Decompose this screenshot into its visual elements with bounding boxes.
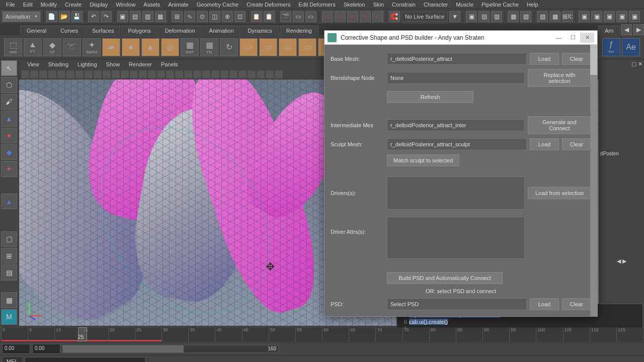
- snap-view-icon[interactable]: ⊡: [234, 11, 246, 22]
- driver-attrs-listbox[interactable]: [387, 217, 525, 259]
- vp-i23-icon[interactable]: [275, 70, 283, 78]
- menu-edit-deformers[interactable]: Edit Deformers: [294, 1, 339, 9]
- vp-i22-icon[interactable]: [266, 70, 274, 78]
- select-icon[interactable]: ▣: [117, 11, 128, 22]
- history-off-icon[interactable]: 📋: [264, 11, 275, 22]
- vp-i3-icon[interactable]: [94, 70, 102, 78]
- last-tool[interactable]: ▲: [1, 194, 17, 209]
- menu-modify[interactable]: Modify: [37, 1, 61, 9]
- move-tool[interactable]: ▲: [1, 111, 17, 126]
- render-region-icon[interactable]: ▭: [293, 11, 304, 22]
- load-from-selection-button[interactable]: Load from selection: [528, 187, 591, 199]
- shelf-loop-icon[interactable]: ↻: [220, 38, 238, 56]
- ipr-icon[interactable]: ▭: [305, 11, 316, 22]
- menu-help[interactable]: Help: [523, 1, 542, 9]
- grid-icon[interactable]: ⊞X:: [562, 11, 573, 22]
- menu-skin[interactable]: Skin: [369, 1, 387, 9]
- shelf-hist-icon[interactable]: ⬚Hist: [4, 38, 22, 56]
- layout-four-icon[interactable]: ⊞: [1, 248, 17, 263]
- vp-i2-icon[interactable]: [85, 70, 93, 78]
- layout2-icon[interactable]: ▤: [478, 11, 490, 22]
- panel2-icon[interactable]: ▣: [591, 11, 602, 22]
- build-psd-button[interactable]: Build PSD and Automatically Connect: [387, 272, 503, 284]
- generate-connect-button[interactable]: Generate and Connect: [528, 116, 591, 134]
- menu-pipeline-cache[interactable]: Pipeline Cache: [477, 1, 523, 9]
- vp-i21-icon[interactable]: [257, 70, 265, 78]
- maximize-icon[interactable]: ☐: [566, 33, 580, 43]
- save-scene-icon[interactable]: 💾: [71, 11, 83, 22]
- shelf-tab-dynamics[interactable]: Dynamics: [242, 26, 279, 35]
- vp-i4-icon[interactable]: [103, 70, 111, 78]
- shelf-extrude-icon[interactable]: ▭: [239, 38, 258, 56]
- shelf-cp-icon[interactable]: ◆CP: [43, 38, 61, 56]
- live-surface-dropdown[interactable]: No Live Surface: [401, 12, 448, 22]
- shelf-left-icon[interactable]: ◀: [621, 24, 632, 35]
- shelf-fnc-icon[interactable]: ƒfnc: [602, 38, 620, 56]
- shelf-tab-surfaces[interactable]: Surfaces: [86, 26, 120, 35]
- snap-grid-icon[interactable]: ⊞: [172, 11, 183, 22]
- magnet-big-icon[interactable]: 🧲: [389, 11, 400, 22]
- vp-menu-shading[interactable]: Shading: [44, 60, 72, 68]
- intermediate-input[interactable]: r_deltoidPosterior_attract_inter: [387, 119, 525, 131]
- vp-res-icon[interactable]: [48, 70, 56, 78]
- mode-dropdown[interactable]: Animation: [2, 11, 41, 22]
- panel-close-icon[interactable]: ✕: [638, 61, 642, 67]
- menu-assets[interactable]: Assets: [139, 1, 164, 9]
- shelf-extrude4-icon[interactable]: ▭: [298, 38, 316, 56]
- psd-clear-button[interactable]: Clear: [562, 298, 591, 310]
- vp-select-icon[interactable]: [30, 70, 38, 78]
- select-obj-icon[interactable]: ▥: [142, 11, 153, 22]
- shelf-torus-icon[interactable]: ◎: [161, 38, 179, 56]
- vp-gate-icon[interactable]: [39, 70, 47, 78]
- render-icon[interactable]: 🎬: [280, 11, 291, 22]
- vp-i5-icon[interactable]: [112, 70, 120, 78]
- vp-menu-show[interactable]: Show: [102, 60, 124, 68]
- menu-constrain[interactable]: Constrain: [388, 1, 420, 9]
- magnet4-icon[interactable]: ⊂: [360, 11, 371, 22]
- panel3-icon[interactable]: ▣: [604, 11, 615, 22]
- vp-i9-icon[interactable]: [148, 70, 156, 78]
- vp-i19-icon[interactable]: [238, 70, 247, 78]
- shelf-ae-icon[interactable]: Ae: [622, 38, 640, 56]
- vp-i11-icon[interactable]: [166, 70, 174, 78]
- shelf-sarm-icon[interactable]: ✦SaRM: [83, 38, 101, 56]
- close-icon[interactable]: ✕: [580, 33, 594, 43]
- menu-geometry-cache[interactable]: Geometry Cache: [193, 1, 243, 9]
- vp-i18-icon[interactable]: [229, 70, 237, 78]
- panel5-icon[interactable]: ▣: [629, 11, 640, 22]
- menu-skeleton[interactable]: Skeleton: [340, 1, 369, 9]
- mel-toggle[interactable]: MEL: [2, 356, 23, 363]
- menu-file[interactable]: File: [2, 1, 19, 9]
- shelf-smt-icon[interactable]: ▦SMT: [181, 38, 199, 56]
- undo-icon[interactable]: ↶: [88, 11, 99, 22]
- redo-icon[interactable]: ↷: [101, 11, 112, 22]
- layout-outliner-icon[interactable]: ▤: [1, 264, 17, 280]
- shelf-tab-general[interactable]: General: [20, 26, 53, 35]
- sculpt-load-button[interactable]: Load: [530, 138, 559, 150]
- refresh-button[interactable]: Refresh: [387, 91, 473, 103]
- range-start-input[interactable]: 0.00: [2, 344, 30, 354]
- maya-logo-icon[interactable]: M: [1, 309, 17, 325]
- vp-i10-icon[interactable]: [157, 70, 165, 78]
- vp-cam-icon[interactable]: [21, 70, 29, 78]
- layout3-icon[interactable]: ▥: [491, 11, 502, 22]
- magnet3-icon[interactable]: ⊂: [347, 11, 358, 22]
- layout-persp-icon[interactable]: ▦: [1, 292, 17, 308]
- sculpt-clear-button[interactable]: Clear: [562, 138, 591, 150]
- vp-i14-icon[interactable]: [193, 70, 201, 78]
- shelf-lasso-icon[interactable]: ➰: [63, 38, 81, 56]
- psd-load-button[interactable]: Load: [530, 298, 559, 310]
- layout1-icon[interactable]: ▣: [466, 11, 477, 22]
- shelf-tab-polygons[interactable]: Polygons: [121, 26, 157, 35]
- dialog-titlebar[interactable]: Corrective Shape and PSD builder - Andy …: [325, 31, 597, 45]
- paint-tool[interactable]: 🖌: [1, 94, 17, 110]
- shelf-right-icon[interactable]: ▶: [633, 24, 644, 35]
- panel1-icon[interactable]: ▣: [579, 11, 590, 22]
- select-hier-icon[interactable]: ▤: [130, 11, 141, 22]
- scroll-left-icon[interactable]: ◀: [617, 258, 621, 264]
- vp-i6-icon[interactable]: [121, 70, 129, 78]
- range-slider[interactable]: 160: [62, 345, 279, 353]
- shelf-tab-deformation[interactable]: Deformation: [158, 26, 202, 35]
- menu-edit[interactable]: Edit: [19, 1, 37, 9]
- vp-i17-icon[interactable]: [220, 70, 228, 78]
